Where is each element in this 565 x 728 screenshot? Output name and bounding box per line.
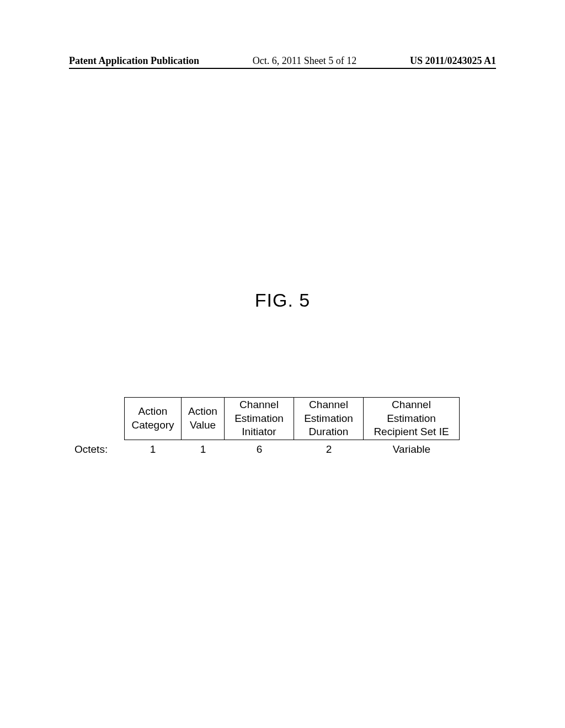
field-row: Action Category Action Value Channel Est… bbox=[124, 397, 496, 440]
field-action-category: Action Category bbox=[124, 397, 182, 440]
diagram: Action Category Action Value Channel Est… bbox=[74, 397, 496, 456]
octet-channel-estimation-recipient-set-ie: Variable bbox=[364, 443, 460, 456]
header-line: Patent Application Publication Oct. 6, 2… bbox=[69, 55, 496, 69]
field-action-value: Action Value bbox=[182, 397, 225, 440]
field-channel-estimation-initiator: Channel Estimation Initiator bbox=[225, 397, 294, 440]
octets-label: Octets: bbox=[74, 443, 124, 456]
octet-channel-estimation-initiator: 6 bbox=[225, 443, 294, 456]
octet-action-value: 1 bbox=[182, 443, 225, 456]
page-header: Patent Application Publication Oct. 6, 2… bbox=[69, 55, 496, 69]
octets-row: Octets: 1 1 6 2 Variable bbox=[74, 443, 496, 456]
figure-title: FIG. 5 bbox=[0, 290, 565, 311]
field-channel-estimation-duration: Channel Estimation Duration bbox=[294, 397, 364, 440]
octet-action-category: 1 bbox=[124, 443, 182, 456]
octet-channel-estimation-duration: 2 bbox=[294, 443, 364, 456]
header-left: Patent Application Publication bbox=[69, 55, 199, 67]
header-right: US 2011/0243025 A1 bbox=[410, 55, 496, 67]
field-channel-estimation-recipient-set-ie: Channel Estimation Recipient Set IE bbox=[364, 397, 460, 440]
header-center: Oct. 6, 2011 Sheet 5 of 12 bbox=[253, 55, 356, 67]
